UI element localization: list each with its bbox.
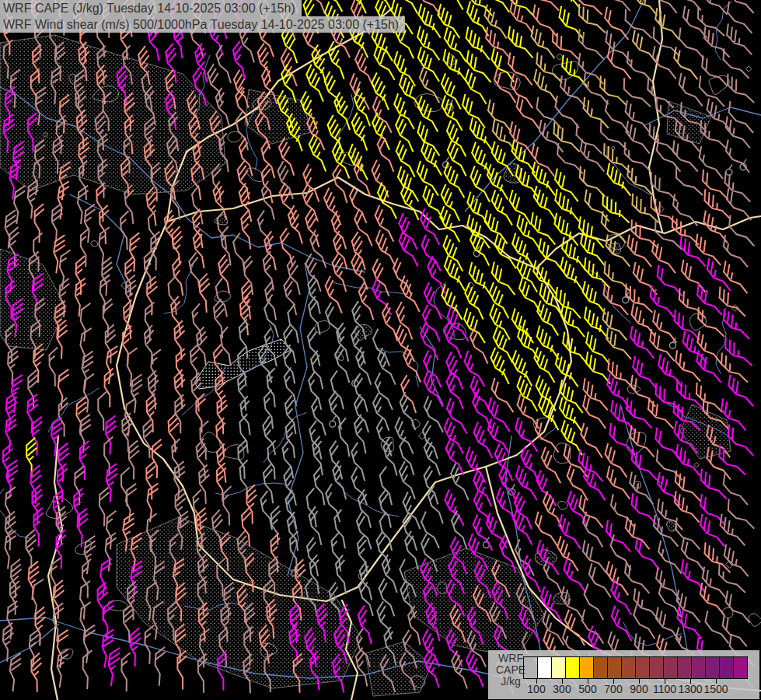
legend-label-line: WRF [496, 653, 525, 664]
cape-legend: WRFCAPEJ/kg 100300500700900110013001500 [488, 650, 759, 699]
legend-swatch [579, 656, 594, 679]
legend-swatch [677, 656, 692, 679]
legend-swatch [565, 656, 580, 679]
title-windshear: WRF Wind shear (m/s) 500/1000hPa Tuesday… [0, 16, 405, 33]
legend-swatch [635, 656, 650, 679]
weather-map-stage: WRF CAPE (J/kg) Tuesday 14-10-2025 03:00… [0, 0, 761, 700]
legend-swatch [719, 656, 734, 679]
legend-swatch [691, 656, 706, 679]
map-canvas [0, 0, 761, 700]
legend-swatch [705, 656, 720, 679]
legend-label-line: CAPE [496, 664, 525, 676]
legend-swatch [621, 656, 636, 679]
legend-swatch [649, 656, 664, 679]
legend-swatch [733, 656, 748, 679]
legend-swatch [593, 656, 608, 679]
title-cape: WRF CAPE (J/kg) Tuesday 14-10-2025 03:00… [0, 0, 302, 16]
legend-color-scale [523, 656, 748, 679]
legend-tick-label: 1500 [699, 683, 733, 695]
legend-swatch [607, 656, 622, 679]
legend-swatch [663, 656, 678, 679]
legend-swatch [537, 656, 552, 679]
legend-swatch [523, 656, 538, 679]
legend-swatch [551, 656, 566, 679]
